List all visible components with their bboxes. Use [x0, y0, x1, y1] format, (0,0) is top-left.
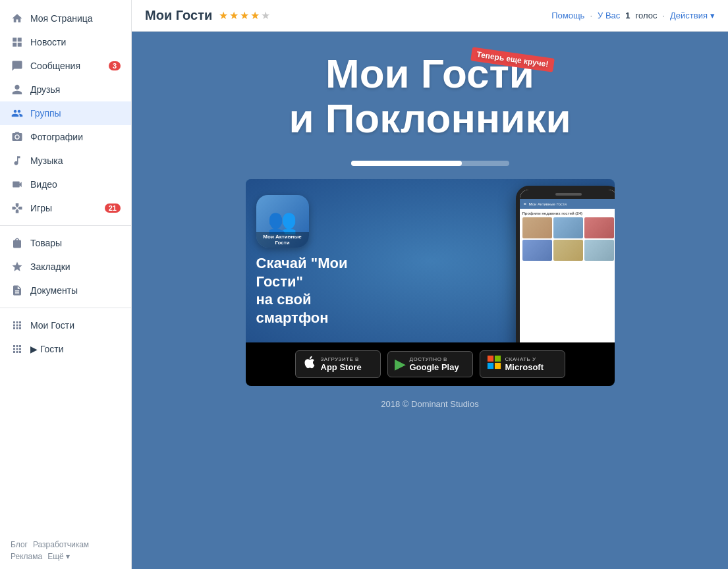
person-icon: [11, 83, 24, 96]
phone-thumb-1: [522, 217, 552, 238]
sidebar-item-video[interactable]: Видео: [0, 173, 131, 196]
sidebar-item-messages[interactable]: Сообщения 3: [0, 54, 131, 78]
sidebar-item-games[interactable]: Игры 21: [0, 196, 131, 220]
games-badge: 21: [105, 203, 121, 213]
sidebar-item-my-page[interactable]: Моя Страница: [0, 7, 131, 30]
sidebar-item-goods[interactable]: Товары: [0, 231, 131, 255]
app-icon-label: Мои АктивныеГости: [256, 232, 309, 248]
main-title-area: Мои Гости Теперь еще круче! и Поклонники: [289, 51, 571, 141]
sidebar-item-bookmarks[interactable]: Закладки: [0, 255, 131, 279]
footer-dev-link[interactable]: Разработчикам: [33, 540, 89, 549]
home-icon: [11, 12, 24, 25]
grid-icon: [11, 36, 24, 49]
sidebar-item-news[interactable]: Новости: [0, 30, 131, 54]
phone-photo-grid: [522, 217, 615, 261]
apps2-icon: [11, 342, 24, 356]
star-4: ★: [250, 9, 260, 22]
apple-icon: [302, 355, 317, 373]
promo-right: ≡ Мои Активные Гости Профили недавних го…: [391, 179, 615, 342]
doc-icon: [11, 284, 24, 297]
nav-primary: Моя Страница Новости Сообщения 3 Друзья: [0, 7, 131, 220]
actions-button[interactable]: Действия ▾: [670, 11, 715, 20]
store-buttons-row: Загрузите в App Store ▶ ДОСТУПНО В Googl…: [246, 342, 615, 386]
votes-count: 1: [625, 11, 630, 20]
camera-icon: [11, 130, 24, 144]
sidebar-footer: Блог Разработчикам Реклама Ещё ▾: [0, 532, 131, 569]
promo-left: 👥 Мои АктивныеГости Скачай "Мои Гости" н…: [246, 179, 391, 342]
votes-label: голос: [636, 11, 658, 20]
googleplay-button[interactable]: ▶ ДОСТУПНО В Google Play: [387, 351, 473, 377]
footer-blog-link[interactable]: Блог: [11, 540, 28, 549]
sidebar-item-documents[interactable]: Документы: [0, 279, 131, 302]
phone-mockup: ≡ Мои Активные Гости Профили недавних го…: [516, 186, 615, 342]
phone-content: Профили недавних гостей (24): [520, 209, 615, 342]
chat-icon: [11, 59, 24, 72]
divider-2: [0, 308, 131, 308]
bag-icon: [11, 236, 24, 250]
star-icon: [11, 260, 24, 273]
phone-thumb-5: [553, 240, 583, 261]
star-3: ★: [240, 9, 249, 22]
video-icon: [11, 178, 24, 191]
help-link[interactable]: Помощь: [551, 11, 584, 20]
sidebar-item-friends[interactable]: Друзья: [0, 78, 131, 101]
messages-badge: 3: [109, 61, 121, 70]
app-title: Мои Гости: [145, 8, 212, 23]
phone-thumb-4: [522, 240, 552, 261]
promo-text: Скачай "Мои Гости" на свой смартфон: [256, 254, 380, 327]
windows-icon: [487, 355, 501, 373]
promo-card: 👥 Мои АктивныеГости Скачай "Мои Гости" н…: [246, 179, 615, 386]
sidebar: Моя Страница Новости Сообщения 3 Друзья: [0, 0, 132, 569]
header-actions: Помощь · У Вас 1 голос · Действия ▾: [551, 11, 715, 20]
phone-menu-icon: ≡: [524, 202, 526, 206]
divider-1: [0, 225, 131, 226]
sidebar-item-photos[interactable]: Фотографии: [0, 125, 131, 149]
app-icon-box: 👥 Мои АктивныеГости: [256, 195, 309, 248]
main-area: Мои Гости ★ ★ ★ ★ ★ Помощь · У Вас 1 гол…: [132, 0, 728, 569]
star-1: ★: [219, 9, 228, 22]
footer-ads-link[interactable]: Реклама: [11, 552, 42, 561]
games-icon: [11, 202, 24, 215]
groups-icon: [11, 107, 24, 120]
phone-screen: ≡ Мои Активные Гости Профили недавних го…: [520, 190, 615, 342]
votes-prefix: У Вас: [598, 11, 620, 20]
phone-thumb-6: [584, 240, 614, 261]
appstore-button[interactable]: Загрузите в App Store: [295, 350, 381, 378]
play-icon: ▶: [395, 356, 406, 373]
sidebar-item-groups[interactable]: Группы: [0, 101, 131, 125]
music-icon: [11, 154, 24, 167]
phone-thumb-3: [584, 217, 614, 238]
phone-header: ≡ Мои Активные Гости: [520, 199, 615, 209]
svg-rect-2: [487, 363, 493, 369]
content-area: Мои Гости Теперь еще круче! и Поклонники…: [132, 32, 728, 569]
promo-top: 👥 Мои АктивныеГости Скачай "Мои Гости" н…: [246, 179, 615, 342]
footer-copyright: 2018 © Dominant Studios: [381, 399, 478, 409]
progress-bar: [351, 161, 509, 166]
phone-notch: [520, 190, 615, 199]
star-2: ★: [229, 9, 238, 22]
app-header: Мои Гости ★ ★ ★ ★ ★ Помощь · У Вас 1 гол…: [132, 0, 728, 32]
star-rating: ★ ★ ★ ★ ★: [219, 9, 270, 22]
footer-more-link[interactable]: Ещё ▾: [47, 552, 70, 561]
nav-secondary: Товары Закладки Документы: [0, 231, 131, 302]
star-5: ★: [261, 9, 270, 22]
svg-rect-0: [487, 356, 493, 362]
main-heading: Мои Гости Теперь еще круче! и Поклонники: [289, 51, 571, 141]
microsoft-button[interactable]: Скачать у Microsoft: [480, 350, 565, 378]
chevron-down-icon: ▾: [710, 11, 715, 20]
svg-rect-3: [494, 363, 500, 369]
apps-icon: [11, 319, 24, 332]
nav-apps: Мои Гости ▶ Гости: [0, 313, 131, 361]
sidebar-item-my-guests[interactable]: Мои Гости: [0, 313, 131, 337]
people-icon: 👥: [267, 207, 297, 235]
phone-thumb-2: [553, 217, 583, 238]
svg-rect-1: [494, 356, 500, 362]
progress-bar-fill: [351, 161, 462, 166]
sidebar-item-guests[interactable]: ▶ Гости: [0, 337, 131, 361]
sidebar-item-music[interactable]: Музыка: [0, 149, 131, 173]
